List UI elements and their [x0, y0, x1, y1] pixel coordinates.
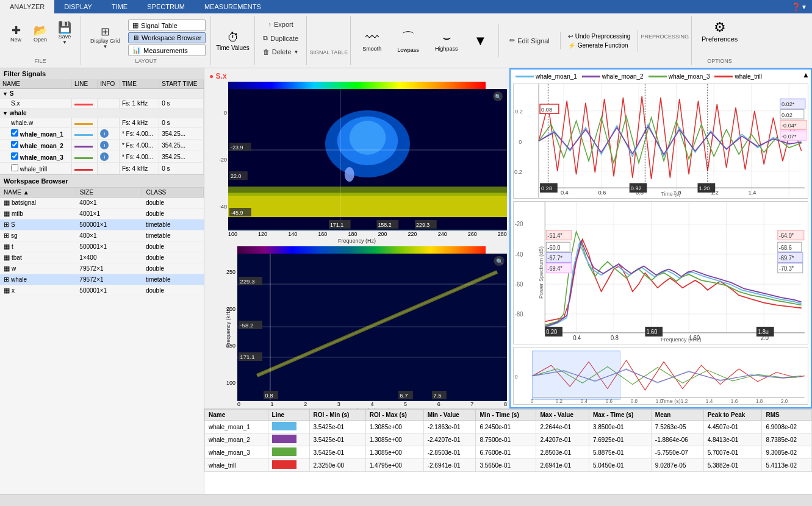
power-spectrum-chart[interactable]: -20 -40 -60 -80 0.4 0.8 1.60 2.0 0.20 1.: [513, 201, 808, 344]
more-proc-button[interactable]: ▼: [467, 30, 494, 52]
wb-item-name[interactable]: ⊞whale: [0, 274, 76, 285]
legend-moan1: whale_moan_1: [516, 73, 577, 80]
collapse-button[interactable]: ▲: [802, 71, 810, 79]
edit-signal-button[interactable]: ✏ Edit Signal: [504, 34, 555, 47]
preprocessing-group-label: PREPROCESSING: [641, 32, 689, 40]
wb-item-size: 500001×1: [76, 219, 142, 230]
info-icon[interactable]: i: [100, 152, 109, 161]
open-button[interactable]: 📂 Open: [29, 23, 51, 45]
signal-table-group-label: SIGNAL TABLE: [309, 48, 348, 55]
legend-trill: whale_trill: [714, 73, 761, 80]
nav-time[interactable]: TIME: [102, 0, 137, 13]
signal-table-button[interactable]: ▦ Signal Table: [128, 20, 206, 31]
overview-chart[interactable]: 0 0.2 0.4 0.6 0.8 1.0 1.2 1.4 1.6 1.8 2.…: [513, 347, 808, 405]
meas-min-val: -2.6941e-01: [423, 459, 476, 472]
center-area: ● S.x 0.169 (%)0.2510.3980.6311.0001.585…: [204, 68, 812, 494]
wb-item-name[interactable]: ▦mtlb: [0, 208, 76, 219]
measurements-button[interactable]: 📊 Measurements: [128, 45, 206, 56]
meas-min-val: -2.4207e-01: [423, 433, 476, 446]
svg-text:-60: -60: [515, 280, 523, 287]
nav-measurements[interactable]: MEASUREMENTS: [195, 0, 271, 13]
wb-item-size: 400×1: [76, 198, 142, 208]
expand-arrow[interactable]: ▼: [2, 91, 8, 97]
svg-text:22.0: 22.0: [231, 173, 241, 179]
svg-text:0.20: 0.20: [546, 328, 557, 335]
signal-checkbox[interactable]: [11, 141, 18, 148]
wb-col-name[interactable]: NAME ▲: [0, 188, 76, 198]
signal-fs: * Fs: 4.00...: [119, 151, 159, 163]
wb-item-size: 79572×1: [76, 274, 142, 285]
workspace-browser-button[interactable]: 🖥 Workspace Browser: [128, 32, 206, 43]
nav-analyzer[interactable]: ANALYZER: [0, 0, 54, 13]
time-values-icon: ⏱: [227, 30, 239, 45]
nav-display[interactable]: DISPLAY: [54, 0, 102, 13]
new-button[interactable]: ✚ New: [5, 23, 27, 45]
generate-function-button[interactable]: ⚡ Generate Function: [566, 41, 633, 49]
svg-text:0: 0: [519, 138, 522, 144]
display-grid-button[interactable]: ⊞ Display Grid ▼: [86, 24, 124, 52]
signal-table-group: ⏱ Time Values ↑ Export ⧉ Duplicate 🗑 Del…: [211, 16, 351, 65]
time-domain-chart[interactable]: 0.2 0 -0.2 0.4 0.6 0.8 1.0 1.2 1.4 0.28: [513, 84, 808, 199]
nav-spectrum[interactable]: SPECTRUM: [137, 0, 195, 13]
meas-line: [268, 446, 309, 459]
save-button[interactable]: 💾 Save ▼: [54, 20, 76, 48]
export-button[interactable]: ↑ Export: [257, 18, 304, 30]
meas-col-header: Mean: [651, 410, 703, 421]
wb-col-class[interactable]: CLASS: [142, 188, 204, 198]
signal-checkbox[interactable]: [11, 152, 18, 160]
svg-rect-2: [228, 187, 507, 196]
lowpass-button[interactable]: ⌒ Lowpass: [390, 26, 426, 56]
wb-col-size[interactable]: SIZE: [76, 188, 142, 198]
top-spectrogram[interactable]: -23.9 22.0 -45.9 171.1 158.2 229.3: [228, 89, 507, 230]
wb-item-name[interactable]: ▦tbat: [0, 252, 76, 263]
signal-line: [72, 151, 98, 163]
signal-fs: Fs: 1 kHz: [119, 99, 159, 109]
meas-max-val: 2.2644e-01: [536, 421, 589, 433]
signal-info: i: [98, 140, 120, 151]
wb-item-size: 1×400: [76, 252, 142, 263]
wb-item-name[interactable]: ⊞sg: [0, 230, 76, 241]
time-values-button[interactable]: ⏱ Time Values: [211, 16, 254, 65]
info-icon[interactable]: i: [100, 129, 109, 138]
help-button[interactable]: ❓: [791, 2, 801, 12]
meas-col-header: RMS: [762, 410, 812, 421]
toolbar: ✚ New 📂 Open 💾 Save ▼ FILE ⊞ Display Gri…: [0, 13, 812, 68]
svg-text:-0.04*: -0.04*: [781, 122, 797, 129]
wb-item-name[interactable]: ▦w: [0, 263, 76, 274]
bottom-spectrogram[interactable]: 229.3 -58.2 171.1 0.8 6.7 7.5: [237, 254, 507, 401]
meas-line: [268, 433, 309, 446]
signal-checkbox[interactable]: [11, 129, 18, 137]
wb-item-name[interactable]: ⊞S: [0, 219, 76, 230]
wb-item-name[interactable]: ▦batsignal: [0, 198, 76, 208]
nav-dropdown[interactable]: ▼: [801, 4, 807, 10]
meas-roi-max: 1.4795e+00: [365, 459, 423, 472]
smooth-button[interactable]: 〰 Smooth: [356, 27, 388, 55]
svg-text:158.2: 158.2: [378, 222, 391, 228]
display-grid-icon: ⊞: [101, 26, 110, 37]
svg-text:0: 0: [531, 397, 534, 404]
signal-name: whale_moan_3: [0, 151, 72, 163]
expand-arrow[interactable]: ▼: [2, 110, 8, 116]
signal-start: 0 s: [159, 118, 204, 128]
meas-col-header: Peak to Peak: [703, 410, 762, 421]
info-icon[interactable]: i: [100, 141, 109, 149]
x-label-top: Frequency (Hz): [207, 238, 507, 244]
undo-preprocessing-button[interactable]: ↩ Undo Preprocessing: [566, 32, 633, 40]
save-icon: 💾: [58, 22, 71, 33]
more-proc-icon: ▼: [473, 33, 487, 49]
status-bar: [0, 494, 812, 506]
meas-row: whale_trill 2.3250e-00 1.4795e+00 -2.694…: [205, 459, 812, 472]
meas-col-header: ROI - Max (s): [365, 410, 423, 421]
wb-item-name[interactable]: ▦t: [0, 241, 76, 252]
highpass-button[interactable]: ⌣ Highpass: [428, 27, 465, 55]
svg-text:2.0: 2.0: [781, 397, 788, 404]
delete-button[interactable]: 🗑 Delete ▼: [257, 46, 304, 58]
signal-proc-buttons: 〰 Smooth ⌒ Lowpass ⌣ Highpass ▼: [351, 24, 499, 57]
highpass-icon: ⌣: [442, 30, 451, 46]
signal-checkbox[interactable]: [11, 164, 18, 171]
duplicate-button[interactable]: ⧉ Duplicate: [257, 32, 304, 45]
wb-icon: ⊞: [4, 221, 9, 228]
svg-text:-23.9: -23.9: [231, 144, 243, 151]
wb-item-name[interactable]: ▦x: [0, 285, 76, 296]
preferences-button[interactable]: ⚙ Preferences: [697, 17, 742, 45]
